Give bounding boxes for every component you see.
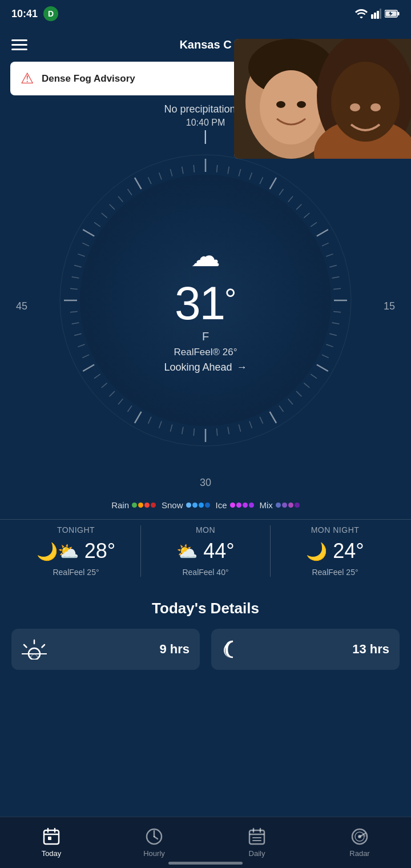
svg-point-16 bbox=[350, 103, 360, 111]
temperature-value: 31 bbox=[175, 280, 224, 327]
tonight-label: TONIGHT bbox=[57, 525, 95, 535]
monday-night-weather-icon: 🌙 bbox=[306, 541, 327, 561]
bottom-navigation: Today Hourly Daily Radar bbox=[0, 817, 411, 868]
tonight-temp: 28° bbox=[84, 539, 115, 563]
svg-line-58 bbox=[170, 424, 172, 432]
svg-line-33 bbox=[326, 254, 333, 256]
gauge-right-label: 15 bbox=[384, 300, 395, 312]
svg-line-44 bbox=[311, 374, 317, 378]
today-nav-icon bbox=[42, 827, 61, 846]
svg-line-87 bbox=[159, 172, 162, 179]
svg-point-14 bbox=[276, 101, 285, 108]
svg-line-22 bbox=[239, 169, 240, 176]
nav-radar[interactable]: Radar bbox=[308, 827, 411, 858]
svg-line-69 bbox=[78, 344, 84, 347]
battery-icon bbox=[385, 10, 400, 18]
svg-line-36 bbox=[333, 288, 341, 289]
svg-line-67 bbox=[83, 365, 94, 372]
tonight-realfeel: RealFeel 25° bbox=[53, 568, 99, 577]
svg-rect-2 bbox=[377, 11, 379, 19]
daylight-hours: 9 hrs bbox=[159, 642, 190, 657]
daily-nav-icon bbox=[248, 827, 266, 846]
snow-dots bbox=[186, 503, 210, 508]
svg-line-34 bbox=[329, 265, 337, 267]
nav-today[interactable]: Today bbox=[0, 827, 103, 858]
menu-button[interactable] bbox=[11, 39, 27, 50]
svg-line-90 bbox=[194, 165, 194, 172]
rain-dots bbox=[132, 503, 156, 508]
svg-line-68 bbox=[82, 355, 89, 357]
svg-line-49 bbox=[270, 412, 277, 423]
svg-line-31 bbox=[317, 230, 328, 236]
svg-line-83 bbox=[118, 196, 123, 202]
svg-line-80 bbox=[94, 222, 100, 226]
forecast-tonight[interactable]: TONIGHT 🌙⛅ 28° RealFeel 25° bbox=[11, 525, 141, 577]
monday-night-label: MON NIGHT bbox=[311, 525, 360, 535]
nav-hourly[interactable]: Hourly bbox=[103, 827, 206, 858]
svg-line-78 bbox=[82, 243, 89, 246]
home-indicator bbox=[168, 862, 243, 865]
cloud-weather-icon: ☁ bbox=[191, 239, 220, 273]
precipitation-legend: Rain Snow Ice Mix bbox=[0, 495, 411, 519]
ice-legend: Ice bbox=[216, 500, 254, 510]
signal-icon bbox=[371, 9, 381, 19]
svg-line-29 bbox=[304, 213, 309, 218]
monday-night-icon-temp: 🌙 24° bbox=[306, 539, 364, 563]
svg-line-38 bbox=[333, 312, 341, 312]
hourly-nav-label: Hourly bbox=[143, 849, 165, 858]
alert-text: Dense Fog Advisory bbox=[42, 73, 135, 85]
svg-rect-101 bbox=[48, 837, 51, 840]
monday-night-temp: 24° bbox=[333, 539, 364, 563]
svg-line-72 bbox=[70, 312, 78, 312]
alert-warning-icon: ⚠ bbox=[21, 70, 34, 87]
svg-rect-3 bbox=[380, 9, 381, 19]
svg-line-32 bbox=[322, 243, 329, 246]
svg-line-81 bbox=[102, 213, 107, 218]
svg-line-21 bbox=[228, 167, 229, 174]
monday-night-realfeel: RealFeel 25° bbox=[312, 568, 358, 577]
pip-video-overlay[interactable] bbox=[234, 39, 411, 159]
svg-line-52 bbox=[239, 424, 240, 432]
todays-details-section: Today's Details 9 hrs bbox=[0, 588, 411, 670]
svg-line-30 bbox=[311, 222, 317, 226]
pip-content bbox=[234, 39, 411, 159]
daily-nav-label: Daily bbox=[249, 849, 265, 858]
svg-line-27 bbox=[288, 196, 293, 202]
radar-nav-icon bbox=[350, 827, 369, 846]
forecast-monday[interactable]: MON ⛅ 44° RealFeel 40° bbox=[141, 525, 271, 577]
temperature-display: 31 ° bbox=[175, 280, 236, 327]
looking-ahead-button[interactable]: Looking Ahead → bbox=[164, 361, 247, 373]
svg-line-26 bbox=[279, 189, 283, 195]
sunrise-icon-row: 9 hrs bbox=[22, 639, 190, 660]
forecast-monday-night[interactable]: MON NIGHT 🌙 24° RealFeel 25° bbox=[271, 525, 400, 577]
moon-icon-row: 13 hrs bbox=[221, 639, 389, 660]
rain-legend: Rain bbox=[111, 500, 156, 510]
svg-line-25 bbox=[270, 178, 277, 189]
svg-line-64 bbox=[110, 391, 115, 396]
mix-legend: Mix bbox=[260, 500, 300, 510]
svg-line-82 bbox=[110, 204, 115, 210]
svg-line-104 bbox=[154, 837, 158, 839]
today-nav-label: Today bbox=[42, 849, 62, 858]
svg-line-77 bbox=[78, 254, 84, 256]
svg-line-54 bbox=[217, 428, 217, 436]
snow-legend: Snow bbox=[162, 500, 210, 510]
svg-line-60 bbox=[148, 417, 151, 424]
svg-line-76 bbox=[74, 265, 82, 267]
svg-line-84 bbox=[127, 189, 131, 195]
svg-line-75 bbox=[72, 277, 79, 278]
nav-daily[interactable]: Daily bbox=[206, 827, 308, 858]
svg-line-23 bbox=[249, 172, 252, 179]
monday-weather-icon: ⛅ bbox=[176, 541, 198, 561]
svg-line-43 bbox=[317, 365, 328, 372]
svg-line-45 bbox=[304, 383, 309, 388]
mix-dots bbox=[276, 503, 300, 508]
wifi-icon bbox=[355, 9, 368, 18]
city-title: Kansas C bbox=[179, 38, 231, 51]
svg-line-57 bbox=[182, 427, 183, 435]
svg-line-89 bbox=[182, 167, 183, 174]
svg-line-47 bbox=[288, 399, 293, 404]
svg-rect-0 bbox=[371, 14, 373, 19]
realfeel-text: RealFeel® 26° bbox=[174, 347, 237, 358]
svg-line-74 bbox=[70, 288, 78, 289]
